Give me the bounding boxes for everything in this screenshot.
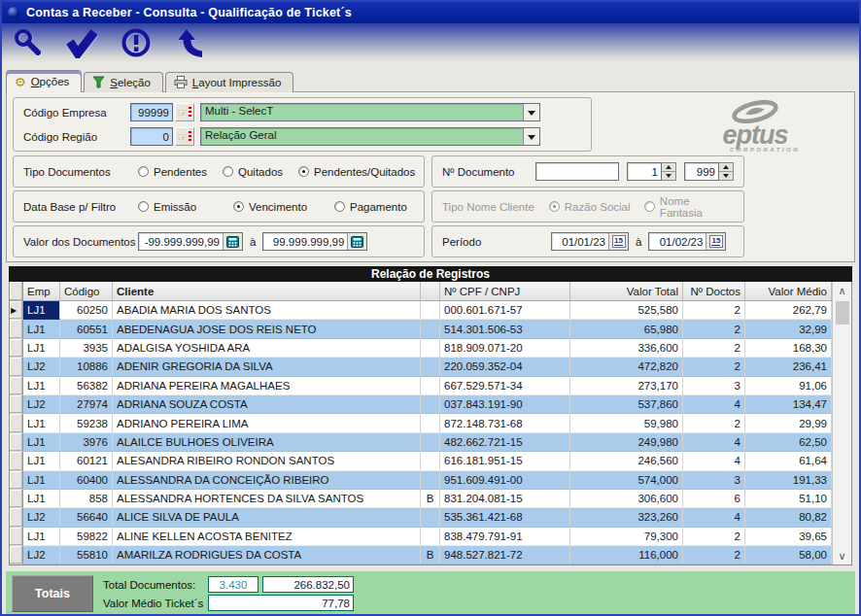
cell-cliente: ALESSANDRA HORTENCES DA SILVA SANTOS (113, 490, 421, 508)
tab-layout-impressao[interactable]: Layout Impressão (165, 72, 293, 92)
total-documentos-count: 3.430 (208, 576, 258, 593)
col-codigo[interactable]: Código (60, 282, 113, 301)
valor-de-value[interactable]: -99.999.999,99 (139, 233, 223, 250)
scroll-up-icon[interactable]: ∧ (833, 282, 851, 299)
spin-down-icon[interactable] (662, 172, 675, 180)
radio-pendentes-quitados[interactable]: Pendentes/Quitados (298, 166, 415, 178)
cell-cliente: ALESSANDRA DA CONCEIÇÃO RIBEIRO (113, 471, 421, 490)
table-row[interactable]: LJ2 27974 ADRIANA SOUZA COSTA 037.843.19… (10, 395, 832, 414)
col-valor-total[interactable]: Valor Total (570, 282, 683, 301)
cell-valor-medio: 58,00 (745, 546, 832, 565)
radio-vencimento[interactable]: Vencimento (233, 201, 334, 213)
col-valor-medio[interactable]: Valor Médio (745, 282, 832, 301)
cell-valor-medio: 51,10 (745, 490, 832, 508)
table-row[interactable]: LJ2 56640 ALICE SILVA DE PAULA 535.361.4… (10, 508, 832, 527)
table-row[interactable]: LJ1 59238 ADRIANO PEREIRA LIMA 872.148.7… (10, 414, 832, 432)
table-row[interactable]: LJ1 60551 ABEDENAGUA JOSE DOS REIS NETO … (10, 320, 832, 338)
codigo-regiao-input[interactable]: 0 (130, 127, 173, 146)
table-row[interactable]: LJ2 55810 AMARILZA RODRIGUES DA COSTA B … (10, 546, 832, 565)
calendar-button[interactable] (608, 233, 628, 250)
radio-quitados[interactable]: Quitados (223, 166, 283, 178)
periodo-ate-field: 01/02/23 (648, 232, 726, 251)
calendar-button[interactable] (706, 233, 725, 250)
col-flag[interactable] (421, 282, 440, 301)
documento-input[interactable] (535, 162, 619, 181)
cell-valor-medio: 168,30 (745, 339, 832, 358)
col-num-doctos[interactable]: Nº Doctos (683, 282, 745, 301)
chevron-down-icon (528, 135, 535, 144)
documento-to-value[interactable]: 999 (684, 162, 719, 181)
cell-valor-medio: 61,64 (745, 452, 832, 470)
table-row[interactable]: LJ1 60250 ABADIA MARIA DOS SANTOS 000.60… (10, 301, 832, 320)
periodo-ate-value[interactable]: 01/02/23 (649, 233, 706, 250)
confirm-button[interactable] (60, 25, 103, 62)
row-selector (10, 414, 23, 432)
cell-num-doctos: 2 (683, 301, 745, 320)
cell-cpf-cnpj: 220.059.352-04 (440, 358, 570, 376)
regiao-combobox[interactable]: Relação Geral (200, 127, 540, 146)
spinner-buttons[interactable] (719, 162, 734, 181)
table-row[interactable]: LJ1 59822 ALINE KELLEN ACOSTA BENITEZ 83… (10, 528, 832, 546)
spinner-buttons[interactable] (662, 162, 676, 181)
cell-cpf-cnpj: 818.909.071-20 (440, 339, 570, 358)
cell-codigo: 27974 (60, 395, 113, 414)
table-row[interactable]: LJ1 56382 ADRIANA PEREIRA MAGALHAES 667.… (10, 377, 832, 395)
calculator-button[interactable] (347, 233, 366, 250)
scroll-thumb[interactable] (836, 301, 849, 325)
search-button[interactable] (6, 25, 49, 62)
regiao-combobox-value: Relação Geral (201, 128, 523, 145)
table-row[interactable]: LJ1 60121 ALESANDRA RIBEIRO RONDON SANTO… (10, 452, 832, 470)
cell-flag (421, 377, 440, 395)
table-row[interactable]: LJ1 3935 ADALGISA YOSHIDA ARA 818.909.07… (10, 339, 832, 358)
tab-opcoes[interactable]: ⚙ Opções (6, 70, 82, 92)
radio-pagamento[interactable]: Pagamento (334, 201, 407, 213)
dropdown-button[interactable] (523, 104, 539, 120)
cell-num-doctos: 6 (683, 490, 745, 508)
tipo-nome-cliente-label: Tipo Nome Cliente (442, 201, 549, 213)
cell-cpf-cnpj: 037.843.191-90 (440, 395, 570, 414)
radio-pendentes[interactable]: Pendentes (138, 166, 207, 178)
col-emp[interactable]: Emp (23, 282, 60, 301)
cell-valor-medio: 134,47 (745, 395, 832, 414)
cell-cliente: ABADIA MARIA DOS SANTOS (113, 301, 421, 320)
calculator-icon (226, 236, 239, 248)
periodo-de-value[interactable]: 01/01/23 (552, 233, 608, 250)
row-selector (10, 452, 23, 470)
spin-down-icon[interactable] (719, 172, 733, 180)
spin-up-icon[interactable] (719, 163, 733, 172)
cell-cpf-cnpj: 951.609.491-00 (440, 471, 570, 490)
cell-cpf-cnpj: 514.301.506-53 (440, 320, 570, 338)
col-cpf-cnpj[interactable]: Nº CPF / CNPJ (440, 282, 570, 301)
cell-num-doctos: 2 (683, 320, 745, 338)
valor-documentos-group: Valor dos Documentos -99.999.999,99 à 99… (13, 225, 425, 257)
cell-emp: LJ1 (23, 528, 60, 546)
exit-button[interactable] (169, 25, 212, 62)
spin-up-icon[interactable] (662, 163, 675, 172)
col-cliente[interactable]: Cliente (113, 282, 421, 301)
documento-from-value[interactable]: 1 (627, 162, 662, 181)
codigo-empresa-lookup-button[interactable]: ☞ (175, 103, 194, 121)
codigo-empresa-input[interactable]: 99999 (130, 103, 173, 121)
scroll-down-icon[interactable]: ∨ (833, 547, 851, 565)
table-row[interactable]: LJ1 858 ALESSANDRA HORTENCES DA SILVA SA… (10, 490, 832, 508)
empresa-combobox[interactable]: Multi - SelecT (200, 103, 540, 121)
valor-ate-value[interactable]: 99.999.999,99 (263, 233, 347, 250)
cell-cpf-cnpj: 831.204.081-15 (440, 490, 570, 508)
cell-flag (421, 433, 440, 452)
calculator-button[interactable] (223, 233, 242, 250)
cell-flag (421, 395, 440, 414)
tab-selecao[interactable]: Seleção (84, 72, 163, 92)
table-row[interactable]: LJ1 3976 ALAILCE BULHOES OLIVEIRA 482.66… (10, 433, 832, 452)
codigo-regiao-lookup-button[interactable]: ☞ (175, 127, 194, 146)
dropdown-button[interactable] (523, 128, 539, 145)
table-row[interactable]: LJ2 10886 ADENIR GREGORIA DA SILVA 220.0… (10, 358, 832, 376)
cell-codigo: 55810 (60, 546, 113, 565)
valor-medio-row: Valor Médio Ticket´s 77,78 (103, 595, 354, 611)
vertical-scrollbar[interactable]: ∧ ∨ (832, 282, 851, 565)
radio-selected-icon (549, 201, 560, 212)
alert-button[interactable] (115, 25, 157, 62)
cell-emp: LJ1 (23, 377, 60, 395)
radio-nome-fantasia: Nome Fantasia (644, 195, 734, 219)
radio-emissao[interactable]: Emissão (138, 201, 233, 213)
table-row[interactable]: LJ1 60400 ALESSANDRA DA CONCEIÇÃO RIBEIR… (10, 471, 832, 490)
